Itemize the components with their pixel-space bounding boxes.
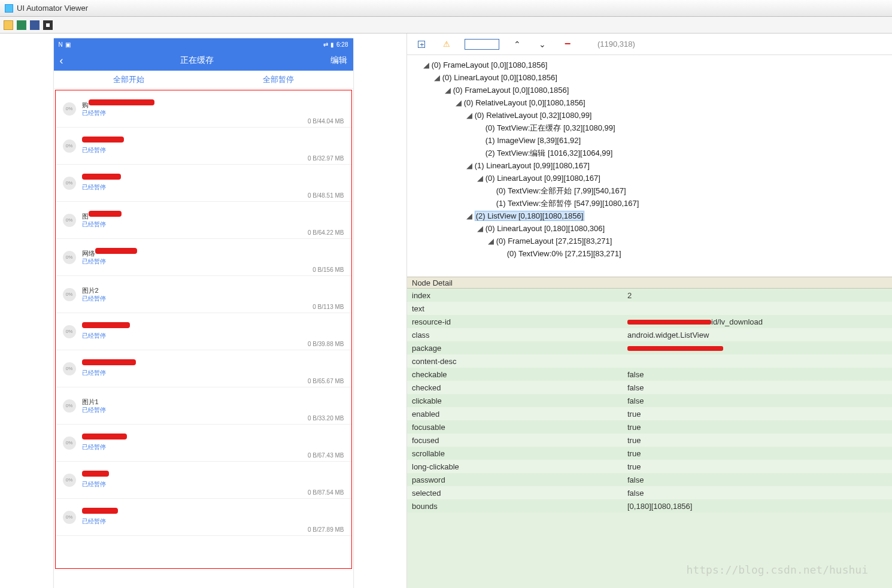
progress-badge: 0% [63, 511, 76, 524]
item-size: 0 B/27.89 MB [308, 526, 344, 533]
detail-value [623, 354, 892, 368]
list-item[interactable]: 0% 网络 已经暂停 0 B/156 MB [56, 239, 351, 276]
tree-node[interactable]: ◢ (0) LinearLayout [0,180][1080,306] [412, 222, 887, 235]
item-status: 已经暂停 [82, 220, 302, 229]
item-title [82, 360, 302, 368]
detail-key: scrollable [407, 447, 623, 460]
prev-icon[interactable]: ⌃ [510, 40, 524, 49]
back-icon[interactable]: ‹ [60, 54, 63, 67]
list-item[interactable]: 0% 已经暂停 0 B/67.43 MB [56, 425, 351, 462]
app-icon [5, 4, 13, 13]
progress-badge: 0% [63, 325, 76, 338]
device-screenshot[interactable]: N▣ ⇄▮6:28 ‹ 正在缓存 编辑 全部开始 全部暂停 0% 购 已经暂停 … [54, 38, 353, 588]
item-status: 已经暂停 [82, 443, 302, 451]
detail-value [623, 341, 892, 354]
progress-badge: 0% [63, 399, 76, 413]
table-row: bounds[0,180][1080,1856] [407, 499, 892, 513]
detail-key: checkable [407, 368, 623, 381]
tree-node[interactable]: ◢ (0) RelativeLayout [0,0][1080,1856] [412, 96, 887, 109]
tree-node[interactable]: (0) TextView:0% [27,215][83,271] [412, 247, 887, 260]
detail-value: true [623, 407, 892, 420]
tree-node[interactable]: (1) ImageView [8,39][61,92] [412, 134, 887, 147]
main-toolbar [0, 17, 892, 34]
tree-node[interactable]: (0) TextView:全部开始 [7,99][540,167] [412, 184, 887, 197]
item-size: 0 B/65.67 MB [308, 378, 344, 384]
list-item[interactable]: 0% 图片2 已经暂停 0 B/113 MB [56, 276, 351, 313]
clear-icon[interactable]: − [560, 38, 575, 50]
detail-key: class [407, 328, 623, 341]
cursor-coords: (1190,318) [597, 40, 635, 49]
list-item[interactable]: 0% 已经暂停 0 B/48.51 MB [56, 165, 351, 202]
save-icon[interactable] [43, 20, 53, 30]
list-item[interactable]: 0% 已经暂停 0 B/65.67 MB [56, 350, 351, 387]
progress-badge: 0% [63, 288, 76, 301]
header-edit[interactable]: 编辑 [330, 55, 347, 66]
table-row: enabledtrue [407, 407, 892, 420]
item-title: 网络 [82, 249, 307, 256]
item-status: 已经暂停 [82, 406, 302, 414]
detail-value: true [623, 447, 892, 460]
device-screenshot-icon[interactable] [17, 20, 26, 30]
detail-key: enabled [407, 407, 623, 420]
tab-start-all[interactable]: 全部开始 [54, 71, 204, 88]
table-row: classandroid.widget.ListView [407, 328, 892, 341]
item-size: 0 B/39.88 MB [308, 341, 344, 347]
detail-value: false [623, 381, 892, 394]
item-size: 0 B/44.04 MB [308, 118, 344, 125]
table-row: resource-idid/lv_download [407, 315, 892, 328]
tree-node[interactable]: ◢ (0) LinearLayout [0,0][1080,1856] [412, 71, 887, 84]
hierarchy-tree[interactable]: ◢ (0) FrameLayout [0,0][1080,1856]◢ (0) … [407, 55, 892, 277]
expand-all-icon[interactable]: + [414, 41, 429, 48]
tree-node[interactable]: ◢ (0) FrameLayout [27,215][83,271] [412, 235, 887, 247]
item-size: 0 B/48.51 MB [308, 192, 344, 199]
tree-node[interactable]: ◢ (1) LinearLayout [0,99][1080,167] [412, 159, 887, 172]
detail-value: 2 [623, 289, 892, 302]
detail-key: focused [407, 434, 623, 447]
item-title [82, 138, 302, 145]
detail-value: [0,180][1080,1856] [623, 499, 892, 513]
list-item[interactable]: 0% 图片1 已经暂停 0 B/33.20 MB [56, 387, 351, 425]
item-size: 0 B/113 MB [312, 304, 344, 310]
listview-selection-highlight: 0% 购 已经暂停 0 B/44.04 MB 0% 已经暂停 0 B/32.97… [55, 90, 352, 569]
tree-node[interactable]: (2) TextView:编辑 [1016,32][1064,99] [412, 147, 887, 159]
item-title [82, 435, 302, 442]
next-icon[interactable]: ⌄ [535, 40, 550, 49]
tree-node[interactable]: ◢ (0) FrameLayout [0,0][1080,1856] [412, 84, 887, 96]
list-item[interactable]: 0% 已经暂停 0 B/32.97 MB [56, 128, 351, 165]
list-item[interactable]: 0% 已经暂停 0 B/39.88 MB [56, 313, 351, 350]
node-detail-header: Node Detail [407, 277, 892, 289]
tree-node[interactable]: ◢ (0) LinearLayout [0,99][1080,167] [412, 172, 887, 184]
tree-node[interactable]: ◢ (0) FrameLayout [0,0][1080,1856] [412, 59, 887, 71]
tree-node[interactable]: (0) TextView:正在缓存 [0,32][1080,99] [412, 122, 887, 134]
tree-node[interactable]: ◢ (0) RelativeLayout [0,32][1080,99] [412, 109, 887, 122]
search-input[interactable] [465, 39, 499, 50]
list-item[interactable]: 0% 图 已经暂停 0 B/64.22 MB [56, 202, 351, 239]
detail-key: long-clickable [407, 460, 623, 473]
table-row: index2 [407, 289, 892, 302]
list-item[interactable]: 0% 已经暂停 0 B/87.54 MB [56, 462, 351, 499]
table-row: selectedfalse [407, 486, 892, 499]
detail-key: checked [407, 381, 623, 394]
tree-node[interactable]: ◢ (2) ListView [0,180][1080,1856] [412, 210, 887, 222]
list-item[interactable]: 0% 已经暂停 0 B/27.89 MB [56, 499, 351, 536]
item-title: 图片2 [82, 286, 307, 293]
item-size: 0 B/64.22 MB [308, 229, 344, 236]
tree-node[interactable]: (1) TextView:全部暂停 [547,99][1080,167] [412, 197, 887, 210]
tab-pause-all[interactable]: 全部暂停 [204, 71, 353, 88]
item-size: 0 B/67.43 MB [308, 452, 344, 459]
status-time: 6:28 [336, 41, 348, 48]
nafs-icon[interactable]: ⚠ [439, 40, 454, 49]
device-dump-icon[interactable] [30, 20, 40, 30]
item-size: 0 B/32.97 MB [308, 155, 344, 162]
detail-value: true [623, 434, 892, 447]
open-icon[interactable] [4, 20, 13, 30]
node-detail-table: index2textresource-idid/lv_downloadclass… [407, 289, 892, 588]
detail-value: false [623, 368, 892, 381]
table-row: long-clickabletrue [407, 460, 892, 473]
detail-value: false [623, 394, 892, 407]
progress-badge: 0% [63, 102, 76, 116]
table-row: focusedtrue [407, 434, 892, 447]
progress-badge: 0% [63, 474, 76, 487]
table-row: package [407, 341, 892, 354]
list-item[interactable]: 0% 购 已经暂停 0 B/44.04 MB [56, 90, 351, 128]
